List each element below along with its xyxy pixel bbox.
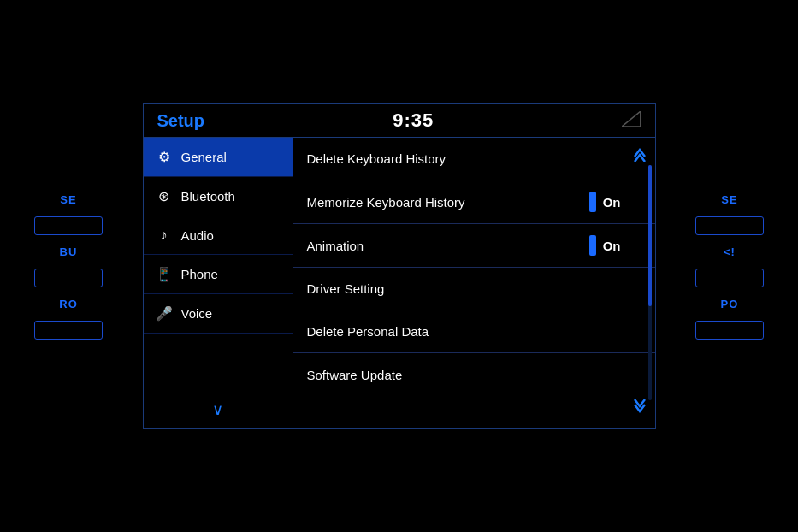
menu-item-label: Animation [307,239,364,253]
clock: 9:35 [393,109,434,132]
toggle-switch-memorize[interactable] [589,192,596,212]
left-side-panel: SE BU RO [0,0,137,532]
gear-icon: ⚙ [156,149,173,165]
menu-item-label: Delete Personal Data [307,324,429,339]
toggle-container: On [589,192,621,212]
sidebar-label-bluetooth: Bluetooth [181,189,235,204]
sidebar-item-audio[interactable]: ♪ Audio [144,216,293,255]
signal-icon [622,111,641,131]
bluetooth-icon: ⊛ [156,188,173,204]
svg-marker-0 [622,111,641,127]
right-label-2: <! [724,245,736,258]
toggle-container: On [589,235,621,256]
right-button-2[interactable] [695,269,764,287]
right-label-3: PO [721,298,739,310]
left-button-3[interactable] [34,321,103,340]
sidebar-item-bluetooth[interactable]: ⊛ Bluetooth [144,177,293,216]
menu-item-memorize-keyboard-history[interactable]: Memorize Keyboard History On [293,180,655,224]
right-button-1[interactable] [695,216,764,235]
scroll-down-button[interactable] [631,399,648,421]
chevron-down-icon: ∨ [212,400,223,419]
left-button-2[interactable] [34,269,103,287]
left-button-1[interactable] [34,216,103,235]
menu-panel: Delete Keyboard History Memorize Keyboar… [293,138,655,428]
menu-item-label: Software Update [307,368,403,382]
right-label-1: SE [721,193,737,206]
sidebar-label-audio: Audio [181,228,214,243]
toggle-value-memorize: On [603,195,621,210]
phone-icon: 📱 [156,266,173,282]
voice-icon: 🎤 [156,305,173,322]
content-area: ⚙ General ⊛ Bluetooth ♪ Audio 📱 Phone 🎤 [144,138,655,428]
sidebar-item-phone[interactable]: 📱 Phone [144,255,293,294]
menu-item-label: Driver Setting [307,281,385,296]
menu-item-delete-personal-data[interactable]: Delete Personal Data [293,310,655,353]
menu-item-driver-setting[interactable]: Driver Setting [293,268,655,310]
scroll-up-button[interactable] [631,145,648,166]
audio-icon: ♪ [156,228,173,243]
menu-item-software-update[interactable]: Software Update [293,353,655,396]
sidebar-label-general: General [181,150,227,164]
left-label-1: SE [60,193,76,206]
scrollbar-track [648,165,652,400]
menu-item-delete-keyboard-history[interactable]: Delete Keyboard History [293,138,655,180]
sidebar-label-voice: Voice [181,306,213,321]
menu-item-label: Delete Keyboard History [307,151,446,166]
sidebar-more-button[interactable]: ∨ [144,392,293,428]
sidebar-item-voice[interactable]: 🎤 Voice [144,294,293,334]
right-side-panel: SE <! PO [661,0,798,532]
toggle-value-animation: On [603,239,621,253]
left-label-2: BU [60,245,78,258]
header: Setup 9:35 [144,104,655,138]
menu-item-animation[interactable]: Animation On [293,224,655,268]
toggle-switch-animation[interactable] [589,235,596,256]
right-button-3[interactable] [695,321,764,340]
scrollbar-thumb[interactable] [648,165,652,306]
screen-container: SE BU RO Setup 9:35 ⚙ General [0,0,798,532]
sidebar-item-general[interactable]: ⚙ General [144,138,293,177]
main-display: Setup 9:35 ⚙ General ⊛ Bluetooth [143,103,656,429]
menu-item-label: Memorize Keyboard History [307,195,465,210]
page-title: Setup [157,111,205,131]
sidebar: ⚙ General ⊛ Bluetooth ♪ Audio 📱 Phone 🎤 [144,138,293,428]
left-label-3: RO [59,298,78,310]
sidebar-label-phone: Phone [181,267,218,281]
